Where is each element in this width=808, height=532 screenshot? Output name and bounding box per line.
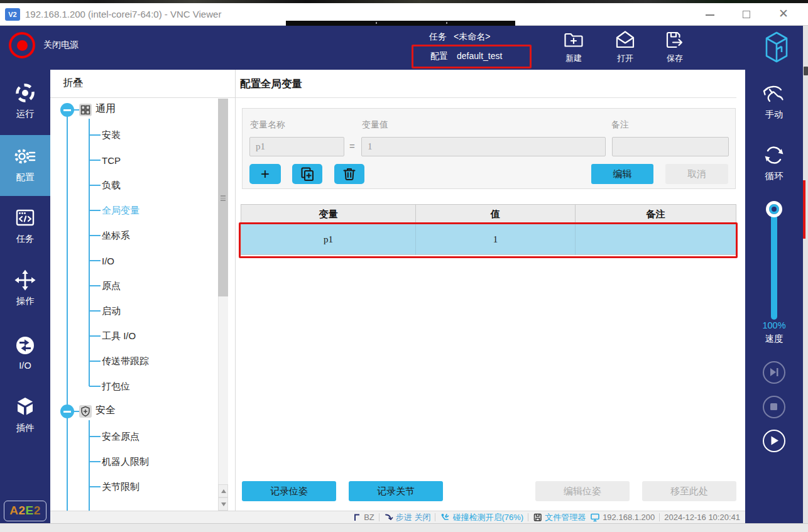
tree-item-safety-origin[interactable]: 安全原点 [89, 427, 139, 446]
record-joint-button[interactable]: 记录关节 [349, 481, 443, 501]
minimize-button[interactable] [701, 3, 719, 26]
play-button[interactable] [763, 430, 785, 452]
sidebar-item-plugin[interactable]: 插件 [0, 396, 50, 434]
tree-connector-line [89, 361, 101, 362]
sidebar-item-task[interactable]: 任务 [0, 207, 50, 245]
close-button[interactable]: ✕ [774, 3, 793, 26]
tree-item-global-variables[interactable]: 全局变量 [89, 201, 139, 220]
tree-item-tool-io[interactable]: 工具 I/O [89, 327, 136, 345]
collapse-minus-icon[interactable] [60, 103, 74, 117]
tree-item-tcp[interactable]: TCP [89, 151, 121, 170]
table-row-selected[interactable]: p1 1 [241, 224, 736, 255]
step-arrow-icon [384, 513, 393, 522]
tree-connector-line [89, 210, 101, 211]
variable-value-input[interactable] [361, 137, 606, 156]
tree-item-conveyor-tracking[interactable]: 传送带跟踪 [89, 352, 149, 371]
skip-next-button[interactable] [763, 361, 785, 384]
plugin-cube-icon [14, 396, 36, 418]
tree-connector-line [89, 260, 101, 261]
tree-connector-line [89, 436, 101, 437]
new-button[interactable]: 新建 [554, 29, 594, 64]
variable-value-label: 变量值 [362, 119, 388, 131]
config-tree-panel: 折叠 通用 安装 TCP 负载 全局变量 坐标系 I/O 原点 启动 工具 I/… [50, 70, 236, 511]
tree-item-coordinate-system[interactable]: 坐标系 [89, 226, 130, 245]
tree-item-install[interactable]: 安装 [89, 126, 121, 144]
variable-form-panel: 变量名称 变量值 备注 = + 编辑 取 [242, 108, 736, 189]
brand-cube-logo-icon [764, 31, 789, 66]
sidebar-item-io[interactable]: I/O [0, 334, 50, 371]
variable-name-input[interactable] [249, 137, 344, 156]
tree-item-payload[interactable]: 负载 [89, 176, 121, 195]
loop-icon [763, 144, 785, 166]
tree-connector-line [89, 235, 101, 236]
speed-slider-track[interactable] [771, 207, 777, 320]
move-here-button[interactable]: 移至此处 [642, 481, 736, 501]
tree-item-io[interactable]: I/O [89, 251, 114, 270]
tree-item-robot-limits[interactable]: 机器人限制 [89, 452, 149, 471]
tree-item-joint-limits[interactable]: 关节限制 [89, 477, 139, 496]
trash-icon [341, 166, 358, 182]
corner-bracket-icon [352, 513, 361, 522]
tree-connector-line [89, 185, 101, 186]
badge-letter: E [26, 504, 34, 517]
manual-mode-button[interactable] [745, 84, 803, 105]
file-manager-button[interactable]: 文件管理器 [533, 512, 586, 523]
save-button[interactable]: 保存 [655, 29, 695, 64]
chevron-up-icon [221, 489, 226, 493]
variable-name-label: 变量名称 [250, 119, 285, 131]
annotation-red-bar [803, 180, 805, 239]
plus-icon: + [261, 166, 270, 182]
tree-scrollbar-thumb[interactable] [218, 99, 228, 296]
collision-detection-status[interactable]: 碰撞检测开启(76%) [440, 512, 523, 523]
screen-right-edge [803, 26, 808, 523]
power-label: 关闭电源 [43, 40, 79, 51]
sidebar-item-operate[interactable]: 操作 [0, 269, 50, 307]
a2e2-badge[interactable]: A2E2 [4, 501, 46, 521]
power-off-button[interactable]: 关闭电源 [9, 32, 79, 58]
remark-label: 备注 [611, 119, 629, 131]
tree-item-packing-position[interactable]: 打包位 [89, 377, 130, 396]
edit-pose-button[interactable]: 编辑位姿 [535, 481, 630, 501]
tree-connector-line [89, 310, 101, 312]
separator [379, 513, 379, 521]
scroll-up-button[interactable] [218, 484, 228, 497]
tree-item-origin[interactable]: 原点 [89, 276, 121, 295]
open-button[interactable]: 打开 [605, 29, 645, 64]
record-pose-button[interactable]: 记录位姿 [242, 481, 336, 501]
tree-group-label: 安全 [96, 404, 116, 417]
stop-button[interactable] [763, 396, 785, 418]
step-mode-toggle[interactable]: 步进 关闭 [384, 512, 431, 523]
variables-table: 变量 值 备注 p1 1 [241, 204, 736, 255]
edit-button[interactable]: 编辑 [591, 164, 653, 184]
bz-status: BZ [352, 513, 374, 522]
vnc-toolbar-tab[interactable] [286, 21, 515, 26]
cancel-button[interactable]: 取消 [665, 164, 728, 184]
tree-item-startup[interactable]: 启动 [89, 301, 121, 320]
config-label: 配置 [430, 51, 448, 62]
sidebar-item-run[interactable]: 运行 [0, 82, 50, 120]
copy-variable-button[interactable] [292, 164, 322, 184]
manual-hand-icon [762, 84, 787, 105]
tree-group-safety[interactable]: 安全 [50, 401, 214, 421]
scroll-down-button[interactable] [218, 497, 228, 511]
table-header-row: 变量 值 备注 [241, 205, 736, 224]
add-variable-button[interactable]: + [249, 164, 281, 184]
save-label: 保存 [655, 53, 695, 64]
tree-group-general[interactable]: 通用 [50, 100, 214, 120]
collapse-all-button[interactable]: 折叠 [63, 77, 83, 90]
remote-ip-status: 192.168.1.200 [590, 513, 655, 522]
remark-input[interactable] [612, 137, 729, 156]
tree-item-clipped[interactable] [89, 502, 102, 511]
maximize-button[interactable] [737, 3, 756, 26]
stop-icon [764, 397, 783, 416]
speed-slider-thumb[interactable] [766, 201, 782, 217]
speed-percent: 100% [745, 320, 803, 330]
delete-variable-button[interactable] [334, 164, 364, 184]
scrollbar-grip-icon [221, 195, 226, 202]
cell-variable: p1 [241, 224, 416, 255]
collapse-minus-icon[interactable] [60, 404, 74, 418]
speed-label: 速度 [745, 333, 803, 345]
loop-mode-button[interactable] [745, 144, 803, 166]
badge-letter: A [9, 504, 18, 517]
sidebar-item-config[interactable]: 配置 [0, 135, 50, 196]
